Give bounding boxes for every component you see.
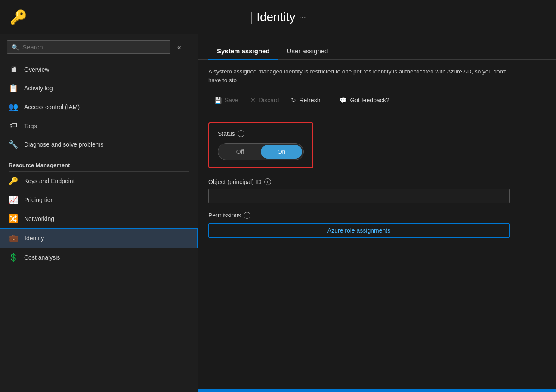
- search-icon: 🔍: [12, 44, 19, 51]
- sidebar-item-diagnose[interactable]: 🔧 Diagnose and solve problems: [0, 135, 198, 154]
- sidebar: 🔍 « 🖥 Overview 📋 Activity log 👥 Access c…: [0, 34, 198, 392]
- discard-label: Discard: [259, 97, 279, 104]
- object-id-label: Object (principal) ID: [208, 178, 262, 185]
- status-info-icon[interactable]: i: [238, 130, 244, 137]
- networking-icon: 🔀: [9, 214, 18, 224]
- top-header: 🔑 | Identity ···: [0, 0, 556, 34]
- access-control-icon: 👥: [9, 102, 18, 112]
- discard-button[interactable]: ✕ Discard: [244, 94, 285, 107]
- object-id-group: Object (principal) ID i: [208, 178, 546, 203]
- save-button[interactable]: 💾 Save: [208, 94, 244, 107]
- discard-icon: ✕: [250, 97, 256, 104]
- status-label-container: Status i: [218, 130, 304, 137]
- app-icon: 🔑: [9, 7, 28, 27]
- save-label: Save: [225, 97, 238, 104]
- sidebar-item-networking[interactable]: 🔀 Networking: [0, 209, 198, 228]
- header-pipe: |: [250, 10, 253, 24]
- page-title: Identity: [256, 10, 295, 24]
- feedback-icon: 💬: [340, 97, 347, 104]
- description-text: A system assigned managed identity is re…: [198, 60, 521, 89]
- object-id-info-icon[interactable]: i: [264, 178, 271, 185]
- permissions-label: Permissions: [208, 212, 241, 219]
- overview-icon: 🖥: [9, 65, 18, 74]
- collapse-button[interactable]: «: [177, 43, 181, 51]
- identity-icon: 💼: [9, 233, 19, 243]
- sidebar-item-label-cost: Cost analysis: [24, 254, 60, 261]
- diagnose-icon: 🔧: [9, 140, 18, 149]
- activity-log-icon: 📋: [9, 83, 18, 93]
- status-section: Status i Off On Object (principal) ID i: [198, 116, 556, 253]
- sidebar-item-access-control[interactable]: 👥 Access control (IAM): [0, 98, 198, 116]
- cost-icon: 💲: [9, 253, 18, 262]
- azure-role-button[interactable]: Azure role assignments: [208, 223, 510, 238]
- save-icon: 💾: [214, 97, 222, 104]
- tabs-container: System assigned User assigned: [198, 34, 556, 60]
- sidebar-item-label-tags: Tags: [24, 122, 37, 129]
- toggle-on[interactable]: On: [261, 145, 302, 159]
- toolbar-separator: [330, 95, 330, 105]
- feedback-button[interactable]: 💬 Got feedback?: [334, 94, 395, 107]
- sidebar-item-label-networking: Networking: [24, 215, 54, 222]
- sidebar-item-label-identity: Identity: [25, 235, 44, 242]
- toolbar: 💾 Save ✕ Discard ↻ Refresh 💬 Got feedbac…: [198, 89, 556, 111]
- sidebar-item-tags[interactable]: 🏷 Tags: [0, 116, 198, 135]
- refresh-button[interactable]: ↻ Refresh: [285, 94, 326, 107]
- tags-icon: 🏷: [9, 121, 18, 130]
- feedback-label: Got feedback?: [350, 97, 389, 104]
- object-id-input[interactable]: [208, 189, 510, 203]
- sidebar-item-pricing[interactable]: 📈 Pricing tier: [0, 190, 198, 209]
- more-options-icon[interactable]: ···: [299, 12, 306, 22]
- sidebar-item-label-keys: Keys and Endpoint: [24, 178, 75, 184]
- tab-system-assigned[interactable]: System assigned: [208, 43, 278, 60]
- sidebar-item-label-activity-log: Activity log: [24, 85, 53, 92]
- status-box: Status i Off On: [208, 122, 313, 168]
- refresh-label: Refresh: [299, 97, 320, 104]
- search-container: 🔍 «: [0, 34, 198, 60]
- sidebar-item-label-access-control: Access control (IAM): [24, 104, 80, 110]
- status-label-text: Status: [218, 130, 235, 137]
- search-wrapper[interactable]: 🔍: [7, 40, 170, 54]
- permissions-group: Permissions i Azure role assignments: [208, 212, 546, 238]
- sidebar-item-identity[interactable]: 💼 Identity: [0, 228, 198, 248]
- main-layout: 🔍 « 🖥 Overview 📋 Activity log 👥 Access c…: [0, 34, 556, 392]
- nav-list: 🖥 Overview 📋 Activity log 👥 Access contr…: [0, 60, 198, 154]
- sidebar-item-label-diagnose: Diagnose and solve problems: [24, 141, 103, 148]
- permissions-label-container: Permissions i: [208, 212, 546, 219]
- status-toggle[interactable]: Off On: [218, 143, 304, 160]
- resource-management-header: Resource Management: [0, 156, 198, 171]
- sidebar-item-overview[interactable]: 🖥 Overview: [0, 60, 198, 79]
- refresh-icon: ↻: [291, 97, 296, 104]
- header-title-section: | Identity ···: [250, 10, 306, 24]
- bottom-bar: [198, 389, 556, 392]
- content-area: System assigned User assigned A system a…: [198, 34, 556, 392]
- search-input[interactable]: [22, 43, 166, 51]
- keys-icon: 🔑: [9, 176, 18, 186]
- sidebar-item-label-pricing: Pricing tier: [24, 196, 53, 203]
- pricing-icon: 📈: [9, 195, 18, 205]
- sidebar-item-activity-log[interactable]: 📋 Activity log: [0, 79, 198, 98]
- toggle-off[interactable]: Off: [219, 145, 261, 159]
- permissions-info-icon[interactable]: i: [244, 212, 250, 219]
- resource-nav-list: 🔑 Keys and Endpoint 📈 Pricing tier 🔀 Net…: [0, 172, 198, 267]
- tab-user-assigned[interactable]: User assigned: [278, 43, 337, 60]
- azure-role-label: Azure role assignments: [327, 227, 390, 234]
- object-id-label-container: Object (principal) ID i: [208, 178, 546, 185]
- sidebar-item-keys[interactable]: 🔑 Keys and Endpoint: [0, 172, 198, 190]
- sidebar-item-label-overview: Overview: [24, 66, 49, 73]
- sidebar-item-cost[interactable]: 💲 Cost analysis: [0, 248, 198, 267]
